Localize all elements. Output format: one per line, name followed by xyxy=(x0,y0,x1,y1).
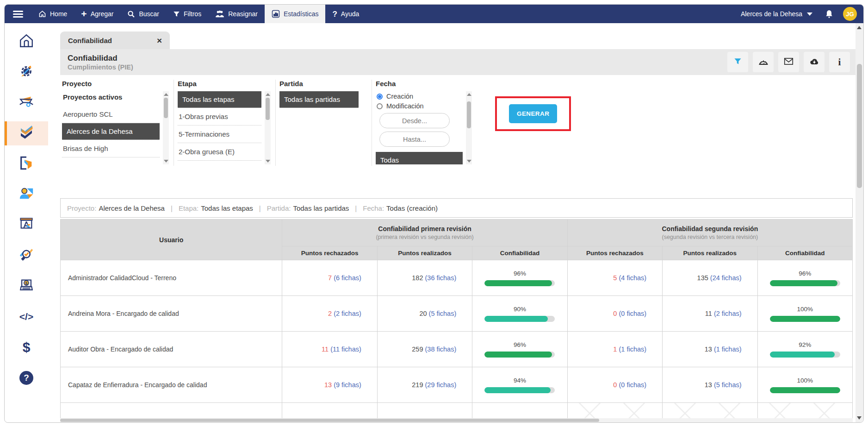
nav-item-home[interactable]: Home xyxy=(31,5,74,23)
summary-label: Partida: xyxy=(267,204,291,212)
vertical-scrollbar[interactable] xyxy=(856,23,863,422)
progress-bar xyxy=(770,352,840,358)
page-title: Confiabilidad xyxy=(68,53,133,63)
highlight-annotation: GENERAR xyxy=(495,96,571,131)
dashboard-button[interactable] xyxy=(753,52,774,72)
radio-unchecked-icon xyxy=(377,103,383,109)
filter-fecha-label: Fecha xyxy=(376,80,472,88)
code-icon: </> xyxy=(19,311,33,322)
sidebar-item-users[interactable] xyxy=(5,182,48,207)
list-item[interactable]: 2-Obra gruesa (E) xyxy=(178,143,261,161)
list-item-selected[interactable]: Alerces de la Dehesa xyxy=(62,123,160,140)
filter-icon xyxy=(734,57,742,67)
app-window: Home + Agregar Buscar Filtros Reasignar xyxy=(4,4,864,423)
download-button[interactable] xyxy=(804,52,825,72)
page-subtitle: Cumplimientos (PIE) xyxy=(68,63,133,71)
list-scrollbar[interactable] xyxy=(265,91,271,164)
sidebar-item-billing[interactable]: $ xyxy=(5,274,48,298)
generar-button[interactable]: GENERAR xyxy=(509,104,557,123)
sidebar-item-finance[interactable]: $ xyxy=(5,335,48,359)
project-selector[interactable]: Alerces de la Dehesa xyxy=(741,10,812,18)
user-name: Capataz de Enfierradura - Encargado de c… xyxy=(61,367,282,403)
summary-label: Proyecto: xyxy=(67,204,96,212)
scrollbar-thumb[interactable] xyxy=(857,64,862,188)
tab-confiabilidad[interactable]: Confiabilidad × xyxy=(60,31,170,49)
list-item[interactable]: 1-Obras previas xyxy=(178,108,261,126)
funnel-icon xyxy=(173,11,180,18)
sidebar-item-help[interactable]: ? xyxy=(5,366,48,390)
wheelbarrow-icon xyxy=(18,94,35,112)
radio-modificacion[interactable]: Modificación xyxy=(377,102,463,110)
list-item-selected[interactable]: Todas las partidas xyxy=(279,91,359,108)
search-analytics-icon xyxy=(18,247,35,264)
col-header-rechazados: Puntos rechazados xyxy=(567,246,662,260)
nav-item-agregar[interactable]: + Agregar xyxy=(74,5,120,23)
horizontal-scrollbar[interactable] xyxy=(60,418,853,422)
user-name: Auditor Obra - Encargado de calidad xyxy=(61,332,282,367)
progress-bar xyxy=(770,387,840,393)
list-item-selected[interactable]: Todas xyxy=(376,152,463,164)
sidebar-item-settings[interactable] xyxy=(5,60,48,84)
proyecto-listbox: Proyectos activos Aeropuerto SCL Alerces… xyxy=(62,91,169,164)
exit-icon xyxy=(18,155,35,173)
filter-button[interactable] xyxy=(727,52,748,72)
list-item[interactable]: Proyectos activos xyxy=(62,91,160,106)
scroll-up-arrow-icon[interactable] xyxy=(857,26,862,29)
user-icon xyxy=(18,186,35,203)
empty-placeholder-cell xyxy=(567,403,662,419)
sidebar-item-materials[interactable] xyxy=(5,91,48,115)
table-row: Administrador CalidadCloud - Terreno 7 (… xyxy=(61,260,853,296)
sidebar-item-inspections[interactable] xyxy=(5,244,48,268)
sidebar-item-planning[interactable] xyxy=(5,213,48,237)
gauge-icon xyxy=(758,57,769,67)
date-to-button[interactable]: Hasta... xyxy=(379,132,450,147)
user-name: Andreina Mora - Encargado de calidad xyxy=(61,296,282,332)
filter-fecha: Fecha Creación Modificación Desde... xyxy=(376,80,477,166)
close-icon[interactable]: × xyxy=(157,36,162,45)
progress-bar xyxy=(484,352,555,358)
list-scrollbar[interactable] xyxy=(163,91,169,164)
cloud-download-icon xyxy=(809,57,819,67)
filter-section: Proyecto Proyectos activos Aeropuerto SC… xyxy=(60,75,856,166)
nav-item-reasignar[interactable]: Reasignar xyxy=(208,5,265,23)
progress-bar xyxy=(770,280,840,286)
drafting-board-icon xyxy=(18,216,35,234)
nav-item-ayuda[interactable]: ? Ayuda xyxy=(325,5,366,23)
summary-label: Fecha: xyxy=(363,204,384,212)
radio-creacion[interactable]: Creación xyxy=(377,93,463,100)
scroll-down-arrow-icon[interactable] xyxy=(857,416,862,420)
nav-item-buscar[interactable]: Buscar xyxy=(120,5,166,23)
notifications-bell-icon[interactable] xyxy=(825,9,834,19)
sidebar-item-checklists[interactable] xyxy=(5,121,48,145)
sidebar-item-api[interactable]: </> xyxy=(5,305,48,329)
nav-item-estadisticas[interactable]: Estadísticas xyxy=(265,5,325,23)
info-button[interactable]: i xyxy=(829,52,850,72)
sidebar-item-exit[interactable] xyxy=(5,152,48,176)
list-item-selected[interactable]: Todas las etapas xyxy=(178,91,261,108)
etapa-listbox: Todas las etapas 1-Obras previas 5-Termi… xyxy=(178,91,271,164)
home-icon xyxy=(38,10,46,18)
list-item[interactable]: Brisas de High xyxy=(62,140,160,157)
menu-hamburger-icon[interactable] xyxy=(5,5,31,23)
list-item[interactable]: 5-Terminaciones xyxy=(178,126,261,143)
nav-item-filtros[interactable]: Filtros xyxy=(166,5,208,23)
table-row: Auditor Obra - Encargado de calidad 11 (… xyxy=(61,332,853,367)
user-name: Administrador CalidadCloud - Terreno xyxy=(61,260,282,296)
filter-partida: Partida Todas las partidas xyxy=(279,80,372,166)
partida-listbox: Todas las partidas xyxy=(279,91,367,164)
list-scrollbar[interactable] xyxy=(466,91,472,164)
col-header-rechazados: Puntos rechazados xyxy=(282,246,377,260)
page-header: Confiabilidad Cumplimientos (PIE) xyxy=(60,49,856,75)
home-icon xyxy=(18,33,35,50)
list-item[interactable]: Aeropuerto SCL xyxy=(62,106,160,123)
progress-bar xyxy=(484,280,555,286)
question-icon: ? xyxy=(332,10,337,18)
col-header-realizados: Puntos realizados xyxy=(377,246,472,260)
info-icon: i xyxy=(838,57,841,68)
table-row: Capataz de Enfierradura - Encargado de c… xyxy=(61,367,853,403)
date-from-button[interactable]: Desde... xyxy=(379,113,450,128)
sidebar-item-home[interactable] xyxy=(5,30,48,54)
empty-placeholder-cell xyxy=(757,403,852,419)
email-button[interactable] xyxy=(778,52,799,72)
avatar[interactable]: JG xyxy=(843,7,857,21)
